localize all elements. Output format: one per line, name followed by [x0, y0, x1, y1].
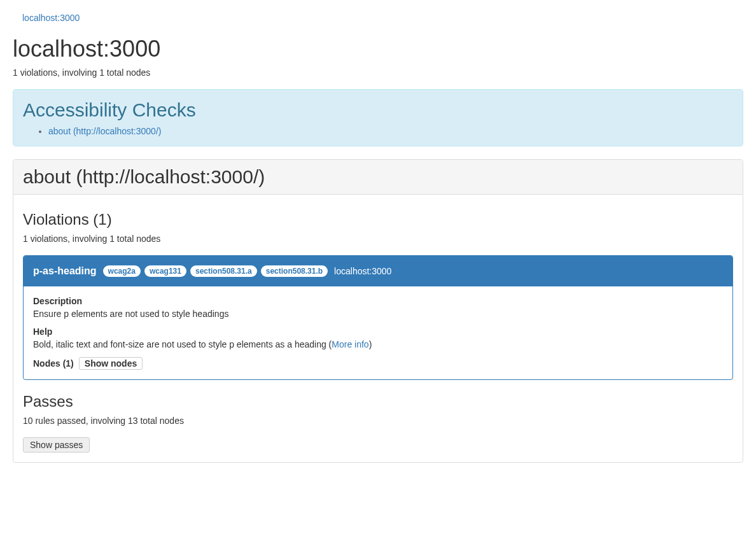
accessibility-checks-panel: Accessibility Checks about (http://local…: [13, 89, 743, 146]
description-label: Description: [33, 296, 723, 306]
panel-heading: Accessibility Checks about (http://local…: [13, 90, 743, 146]
show-nodes-button[interactable]: Show nodes: [79, 357, 143, 370]
summary-line: 1 violations, involving 1 total nodes: [13, 67, 743, 78]
page-title: localhost:3000: [13, 36, 743, 62]
breadcrumb-link[interactable]: localhost:3000: [22, 13, 80, 23]
checks-list-link[interactable]: about (http://localhost:3000/): [48, 126, 161, 136]
violation-body: Description Ensure p elements are not us…: [24, 286, 732, 379]
tag-badge: section508.31.a: [190, 265, 257, 277]
violations-summary: 1 violations, involving 1 total nodes: [23, 234, 733, 244]
help-label: Help: [33, 327, 723, 337]
help-text-pre: Bold, italic text and font-size are not …: [33, 339, 332, 349]
section-heading-bar: about (http://localhost:3000/): [13, 160, 743, 195]
tag-badge: wcag2a: [103, 265, 141, 277]
violations-heading: Violations (1): [23, 211, 733, 228]
violation-rule-name: p-as-heading: [33, 265, 97, 277]
more-info-link[interactable]: More info: [332, 339, 368, 349]
passes-summary: 10 rules passed, involving 13 total node…: [23, 416, 733, 426]
violation-panel: p-as-heading wcag2a wcag131 section508.3…: [23, 255, 733, 380]
checks-list: about (http://localhost:3000/): [23, 126, 733, 136]
nodes-label: Nodes (1): [33, 358, 74, 369]
passes-heading: Passes: [23, 393, 733, 411]
description-value: Ensure p elements are not used to style …: [33, 309, 723, 319]
help-text-post: ): [369, 339, 372, 349]
help-value: Bold, italic text and font-size are not …: [33, 339, 723, 349]
violation-host: localhost:3000: [334, 266, 391, 276]
tag-badge: wcag131: [144, 265, 186, 277]
section-panel: about (http://localhost:3000/) Violation…: [13, 159, 743, 463]
section-heading: about (http://localhost:3000/): [23, 166, 733, 188]
show-passes-button[interactable]: Show passes: [23, 437, 90, 453]
checks-list-item: about (http://localhost:3000/): [48, 126, 733, 136]
nodes-line: Nodes (1) Show nodes: [33, 357, 723, 370]
tag-badge: section508.31.b: [261, 265, 328, 277]
violation-header: p-as-heading wcag2a wcag131 section508.3…: [24, 256, 732, 286]
section-body: Violations (1) 1 violations, involving 1…: [13, 195, 743, 462]
accessibility-checks-title: Accessibility Checks: [23, 99, 733, 121]
